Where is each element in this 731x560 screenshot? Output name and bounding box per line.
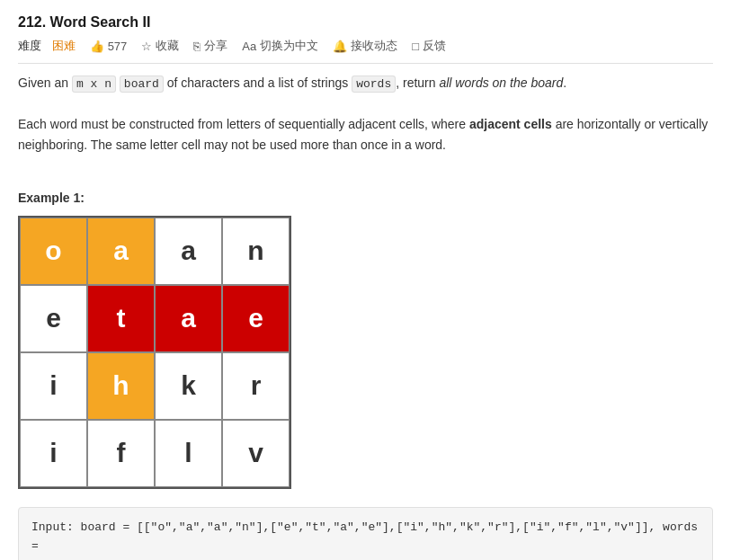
code-block: Input: board = [["o","a","a","n"],["e","… bbox=[18, 507, 713, 560]
description-line1: Given an m x n board of characters and a… bbox=[18, 73, 713, 94]
code-board: board bbox=[120, 76, 164, 93]
share-label: 分享 bbox=[204, 38, 227, 54]
star-icon: ☆ bbox=[141, 40, 152, 53]
collect-label: 收藏 bbox=[156, 38, 179, 54]
toolbar: 难度 困难 👍 577 ☆ 收藏 ⎘ 分享 Aa 切换为中文 🔔 接收动态 □ … bbox=[18, 38, 713, 64]
grid-cell-0-0: o bbox=[20, 218, 87, 285]
subscribe-button[interactable]: 🔔 接收动态 bbox=[333, 38, 397, 54]
grid-cell-2-1: h bbox=[87, 352, 155, 420]
likes-count: 577 bbox=[108, 40, 128, 53]
grid-cell-1-3: e bbox=[222, 285, 290, 352]
feedback-button[interactable]: □ 反馈 bbox=[412, 38, 446, 54]
feedback-label: 反馈 bbox=[423, 38, 446, 54]
switch-lang-button[interactable]: Aa 切换为中文 bbox=[242, 38, 318, 54]
grid-cell-0-3: n bbox=[222, 218, 290, 285]
difficulty-label: 难度 bbox=[18, 38, 41, 54]
difficulty-badge: 困难 bbox=[52, 38, 76, 54]
italic-text: all words on the board bbox=[439, 76, 563, 90]
grid-cell-0-1: a bbox=[87, 218, 155, 285]
grid-cell-2-2: k bbox=[155, 352, 222, 420]
grid-row-3: i f l v bbox=[20, 420, 290, 487]
grid-cell-3-2: l bbox=[155, 420, 222, 487]
grid-cell-0-2: a bbox=[155, 218, 222, 285]
grid-cell-3-3: v bbox=[222, 420, 290, 487]
grid-cell-1-1: t bbox=[87, 285, 155, 352]
code-words: words bbox=[352, 76, 396, 93]
grid-cell-2-0: i bbox=[20, 352, 87, 420]
likes-section[interactable]: 👍 577 bbox=[90, 40, 128, 53]
grid-cell-3-1: f bbox=[87, 420, 155, 487]
bold-adjacent: adjacent cells bbox=[469, 117, 552, 131]
feedback-icon: □ bbox=[412, 40, 419, 53]
grid-row-0: o a a n bbox=[20, 218, 290, 285]
switch-lang-label: 切换为中文 bbox=[260, 38, 318, 54]
grid-row-2: i h k r bbox=[20, 352, 290, 420]
translate-icon: Aa bbox=[242, 40, 256, 53]
grid-cell-2-3: r bbox=[222, 352, 290, 420]
example-title: Example 1: bbox=[18, 191, 713, 205]
share-button[interactable]: ⎘ 分享 bbox=[193, 38, 227, 54]
difficulty-section: 难度 困难 bbox=[18, 38, 76, 54]
grid-cell-1-2: a bbox=[155, 285, 222, 352]
grid-row-1: e t a e bbox=[20, 285, 290, 352]
share-icon: ⎘ bbox=[193, 40, 201, 53]
page-title: 212. Word Search II bbox=[18, 14, 713, 31]
description-block: Given an m x n board of characters and a… bbox=[18, 73, 713, 155]
code-input-line1: Input: board = [["o","a","a","n"],["e","… bbox=[31, 519, 700, 556]
example-grid: o a a n e t a e i h k r i f l v bbox=[18, 216, 291, 489]
description-line2: Each word must be constructed from lette… bbox=[18, 114, 713, 155]
grid-cell-1-0: e bbox=[20, 285, 87, 352]
thumbs-up-icon: 👍 bbox=[90, 40, 104, 53]
collect-button[interactable]: ☆ 收藏 bbox=[141, 38, 179, 54]
code-input-line2: ["oath","pea","eat","rain"] bbox=[31, 556, 700, 560]
bell-icon: 🔔 bbox=[333, 40, 347, 53]
subscribe-label: 接收动态 bbox=[351, 38, 397, 54]
code-mxn: m x n bbox=[72, 76, 116, 93]
grid-cell-3-0: i bbox=[20, 420, 87, 487]
